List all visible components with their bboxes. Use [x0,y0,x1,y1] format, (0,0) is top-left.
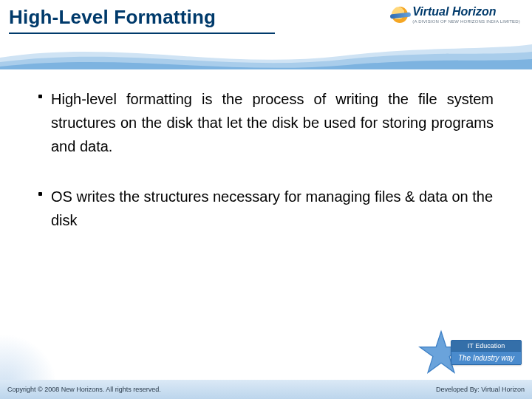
brand-name: Virtual Horizon [412,6,520,18]
title-underline [9,33,275,34]
brand-logo: Virtual Horizon (A DIVISION OF NEW HORIZ… [392,6,520,24]
slide-title: High-Level Formatting [9,6,216,29]
bullet-item: High-level formatting is the process of … [38,87,494,158]
globe-swoosh-icon [392,7,408,23]
bullet-icon [38,95,42,98]
brand-subtitle: (A DIVISION OF NEW HORIZONS INDIA LIMITE… [412,19,520,24]
brand-text: Virtual Horizon (A DIVISION OF NEW HORIZ… [412,6,520,24]
bullet-text: OS writes the structures necessary for m… [51,185,494,232]
content-area: High-level formatting is the process of … [38,87,494,259]
bullet-item: OS writes the structures necessary for m… [38,185,494,232]
footer-bar: Copyright © 2008 New Horizons. All right… [0,380,532,399]
badge-label: IT Education The Industry way [451,340,522,365]
slide: High-Level Formatting Virtual Horizon (A… [0,0,532,399]
course-badge: IT Education The Industry way [418,330,514,383]
bullet-icon [38,192,42,196]
bullet-text: High-level formatting is the process of … [51,87,494,158]
copyright-text: Copyright © 2008 New Horizons. All right… [7,386,161,393]
badge-line1: IT Education [451,341,521,352]
developed-by-text: Developed By: Virtual Horizon [436,386,525,393]
header-wave [0,37,532,69]
badge-line2: The Industry way [451,352,521,364]
